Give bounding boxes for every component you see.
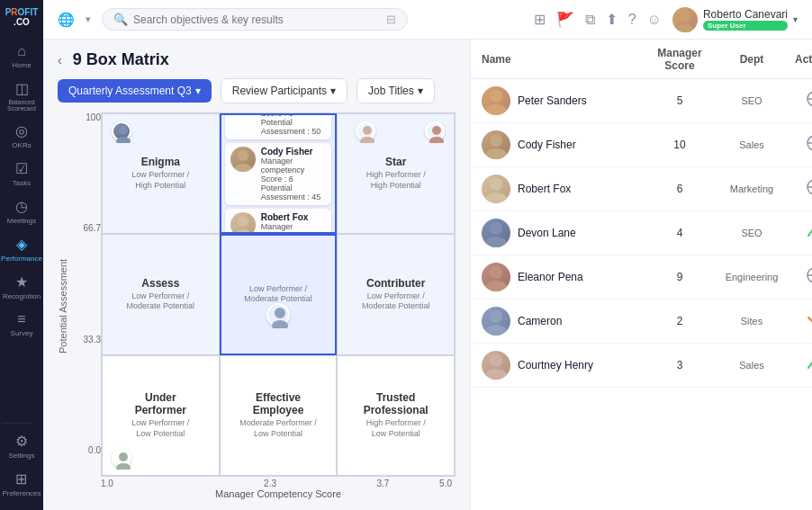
eleanor-row-dept: Engineering xyxy=(716,272,788,282)
svg-point-1 xyxy=(676,24,694,32)
courtney-row-action[interactable] xyxy=(788,354,812,376)
x-tick-1: 1.0 xyxy=(101,479,213,488)
sidebar: PROFIT.CO ⌂ Home ◫ BalancedScorecard ◎ O… xyxy=(0,0,43,510)
cody-row-name: Cody Fisher xyxy=(518,139,576,151)
peter-row-name: Peter Sanders xyxy=(518,94,587,107)
preferences-icon: ⊞ xyxy=(15,470,27,488)
table-row: Peter Sanders 5 SEO xyxy=(471,79,812,123)
courtney-row-name: Courtney Henry xyxy=(518,359,593,371)
table-row: Cameron 2 Sites xyxy=(471,300,812,344)
cell-enigma-title: Enigma xyxy=(141,156,180,168)
search-bar[interactable]: 🔍 ⊟ xyxy=(102,8,408,31)
peter-row-action[interactable] xyxy=(788,90,812,112)
cody-name: Cody Fisher xyxy=(261,147,327,157)
sidebar-item-meetings[interactable]: ◷ Meetings xyxy=(0,192,43,230)
sidebar-item-label: Performance xyxy=(1,255,42,263)
cameron-row-score: 2 xyxy=(644,315,716,327)
sidebar-item-okrs[interactable]: ◎ OKRs xyxy=(0,117,43,155)
review-participants-button[interactable]: Review Participants ▾ xyxy=(221,78,347,103)
sidebar-item-tasks[interactable]: ☑ Tasks xyxy=(0,155,43,192)
user-info: Roberto Canevari Super User xyxy=(703,8,788,31)
review-label: Review Participants xyxy=(232,85,327,97)
devon-row-avatar xyxy=(482,219,510,247)
sidebar-item-balanced-scorecard[interactable]: ◫ BalancedScorecard xyxy=(0,75,43,117)
svg-point-16 xyxy=(119,452,128,461)
y-tick-66: 66.7 xyxy=(72,223,101,233)
row-name-eleanor: Eleanor Pena xyxy=(482,263,644,291)
search-input[interactable] xyxy=(133,13,381,26)
sidebar-item-settings[interactable]: ⚙ Settings xyxy=(2,427,41,465)
svg-point-52 xyxy=(490,310,502,323)
devon-row-action[interactable] xyxy=(788,222,812,244)
sidebar-item-performance[interactable]: ◈ Performance xyxy=(0,230,43,268)
cell-trusted-title: TrustedProfessional xyxy=(364,391,429,416)
cody-row-action[interactable] xyxy=(788,134,812,156)
svg-point-11 xyxy=(429,137,444,143)
cell-underperformer-subtitle: Low Performer /Low Potential xyxy=(131,418,189,439)
performance-icon: ◈ xyxy=(16,236,27,253)
back-button[interactable]: ‹ xyxy=(58,53,62,67)
svg-point-10 xyxy=(432,126,441,135)
layers-icon[interactable]: ⧉ xyxy=(585,12,595,28)
sidebar-divider xyxy=(2,423,31,424)
table-body: Peter Sanders 5 SEO Cody Fisher xyxy=(471,79,812,510)
svg-point-18 xyxy=(490,90,502,103)
topnav: 🌐 ▾ 🔍 ⊟ ⊞ 🚩 ⧉ ⬆ ? ☺ Roberto Canevari Sup… xyxy=(43,0,812,40)
x-axis-ticks: 1.0 2.3 3.7 5.0 xyxy=(101,477,456,488)
row-name-devon: Devon Lane xyxy=(482,219,644,247)
cameron-avatar-small xyxy=(266,303,290,327)
cell-assess-title: Assess xyxy=(141,277,179,290)
job-titles-button[interactable]: Job Titles ▾ xyxy=(356,78,435,103)
eleanor-row-action[interactable] xyxy=(788,266,812,288)
robert-avatar xyxy=(230,212,256,235)
sidebar-item-recognition[interactable]: ★ Recognition xyxy=(0,268,43,306)
robert-score: Manager competency Score : 7 xyxy=(261,222,327,235)
quarterly-filter-button[interactable]: Quarterly Assessment Q3 ▾ xyxy=(58,79,212,103)
svg-point-53 xyxy=(485,325,507,336)
cameron-row-avatar xyxy=(482,307,510,336)
scorecard-icon: ◫ xyxy=(15,80,29,97)
cameron-row-name: Cameron xyxy=(518,315,562,327)
svg-point-34 xyxy=(490,178,502,191)
cell-mid-center-subtitle: Low Performer /Moderate Potential xyxy=(244,284,312,305)
flag-icon[interactable]: 🚩 xyxy=(556,11,574,28)
participant-card-robert: Robert Fox Manager competency Score : 7 … xyxy=(225,209,332,235)
cell-underperformer: UnderPerformer Low Performer /Low Potent… xyxy=(102,355,220,476)
sidebar-item-survey[interactable]: ≡ Survey xyxy=(0,306,43,343)
dropdown-arrow-icon: ▾ xyxy=(86,13,91,25)
devon-row-name: Devon Lane xyxy=(518,227,576,239)
sidebar-item-preferences[interactable]: ⊞ Preferences xyxy=(2,465,41,503)
sidebar-item-home[interactable]: ⌂ Home xyxy=(0,38,43,75)
x-axis-label: Manager Competency Score xyxy=(101,488,456,499)
cell-enigma: Enigma Low Performer /High Potential xyxy=(102,113,220,234)
col-manager-score: Manager Score xyxy=(644,47,716,72)
peter-row-dept: SEO xyxy=(716,95,788,106)
robert-info: Robert Fox Manager competency Score : 7 … xyxy=(261,212,327,235)
help-icon[interactable]: ? xyxy=(628,12,636,28)
courtney-row-avatar xyxy=(482,351,510,380)
robert-row-action[interactable] xyxy=(788,178,812,200)
devon-row-dept: SEO xyxy=(716,228,788,238)
table-row: Eleanor Pena 9 Engineering xyxy=(471,255,812,300)
svg-point-26 xyxy=(490,134,502,147)
y-axis-ticks: 100 66.7 33.3 0.0 xyxy=(72,112,101,477)
devon-row-score: 4 xyxy=(644,227,716,239)
sidebar-item-label: Preferences xyxy=(2,489,41,497)
eleanor-avatar-small xyxy=(425,121,445,141)
cody-score: Manager competency Score : 6 xyxy=(261,157,327,183)
quarterly-filter-label: Quarterly Assessment Q3 xyxy=(68,85,192,97)
y-tick-0: 0.0 xyxy=(72,445,101,455)
cameron-row-action[interactable] xyxy=(788,310,812,332)
cell-contributer-subtitle: Low Performer /Moderate Potential xyxy=(362,291,430,312)
svg-point-42 xyxy=(490,222,502,235)
settings-icon: ⚙ xyxy=(15,433,28,450)
recognition-icon: ★ xyxy=(15,273,28,291)
smiley-icon[interactable]: ☺ xyxy=(647,12,662,28)
grid-icon[interactable]: ⊞ xyxy=(534,11,546,28)
chevron-down-icon: ▾ xyxy=(195,85,201,97)
svg-point-19 xyxy=(485,104,507,115)
user-profile[interactable]: Roberto Canevari Super User ▾ xyxy=(672,7,798,32)
y-axis-label: Potential Assessment xyxy=(58,112,68,499)
cody-row-avatar xyxy=(482,130,510,159)
upload-icon[interactable]: ⬆ xyxy=(606,11,618,28)
